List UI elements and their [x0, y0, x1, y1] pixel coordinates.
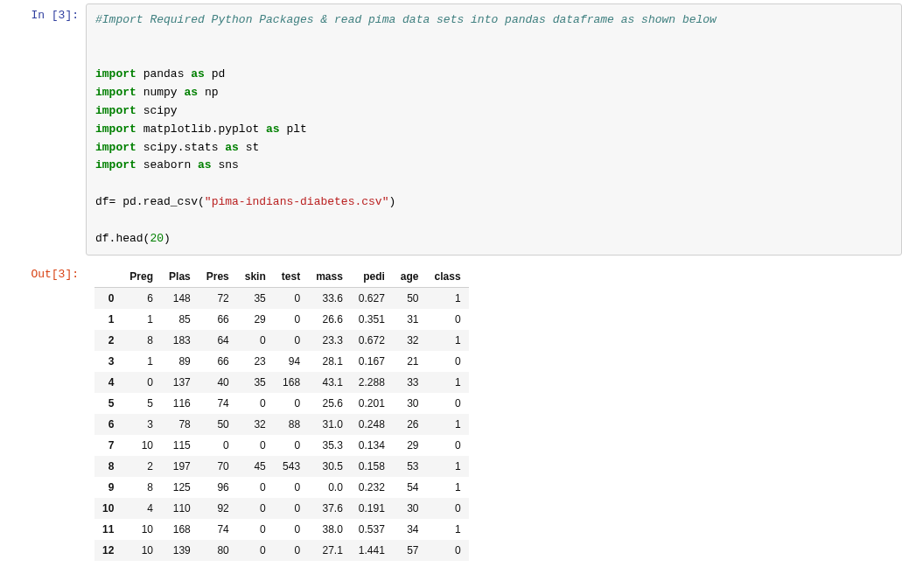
cell-value: 543	[274, 456, 308, 477]
kw-as: as	[198, 158, 212, 172]
cell-value: 53	[393, 456, 427, 477]
cell-value: 0.167	[351, 351, 393, 372]
column-header: mass	[308, 266, 351, 288]
cell-value: 96	[199, 477, 237, 498]
cell-value: 33.6	[308, 288, 351, 310]
table-row: 55116740025.60.201300	[94, 393, 469, 414]
cell-value: 25.6	[308, 393, 351, 414]
kw-import: import	[95, 104, 136, 117]
column-header: pedi	[351, 266, 393, 288]
row-index: 8	[94, 456, 122, 477]
cell-value: 10	[122, 540, 161, 561]
cell-value: 43.1	[308, 372, 351, 393]
row-index: 5	[94, 393, 122, 414]
row-index: 11	[94, 519, 122, 540]
output-prompt: Out[3]:	[0, 262, 86, 283]
cell-value: 0	[237, 393, 274, 414]
cell-value: 23.3	[308, 330, 351, 351]
row-index: 6	[94, 414, 122, 435]
cell-value: 0.0	[308, 477, 351, 498]
cell-value: 0	[274, 519, 308, 540]
cell-value: 78	[161, 414, 199, 435]
cell-value: 30	[393, 498, 427, 519]
cell-value: 40	[199, 372, 237, 393]
cell-value: 54	[393, 477, 427, 498]
table-row: 71011500035.30.134290	[94, 435, 469, 456]
kw-import: import	[95, 141, 136, 154]
mod-mpl: matplotlib.pyplot	[143, 122, 260, 136]
cell-value: 3	[122, 414, 161, 435]
cell-value: 0	[237, 540, 274, 561]
cell-value: 0	[237, 477, 274, 498]
alias-pd: pd	[212, 67, 226, 80]
cell-value: 28.1	[308, 351, 351, 372]
cell-value: 70	[199, 456, 237, 477]
table-body: 061487235033.60.62750111856629026.60.351…	[94, 288, 469, 562]
row-index: 2	[94, 330, 122, 351]
kw-import: import	[95, 158, 136, 172]
cell-value: 0	[274, 330, 308, 351]
cell-value: 38.0	[308, 519, 351, 540]
row-index: 4	[94, 372, 122, 393]
head-prefix: df.head(	[95, 232, 150, 245]
table-row: 28183640023.30.672321	[94, 330, 469, 351]
cell-value: 0	[274, 435, 308, 456]
cell-value: 0	[427, 435, 469, 456]
cell-value: 1.441	[351, 540, 393, 561]
column-header: skin	[237, 266, 274, 288]
cell-value: 32	[393, 330, 427, 351]
cell-value: 1	[427, 330, 469, 351]
column-header: Pres	[199, 266, 237, 288]
kw-import: import	[95, 122, 136, 136]
cell-value: 29	[393, 435, 427, 456]
cell-value: 31.0	[308, 414, 351, 435]
cell-value: 0	[427, 540, 469, 561]
cell-value: 31	[393, 309, 427, 330]
cell-value: 64	[199, 330, 237, 351]
cell-value: 34	[393, 519, 427, 540]
cell-value: 197	[161, 456, 199, 477]
row-index: 9	[94, 477, 122, 498]
cell-value: 0	[274, 498, 308, 519]
row-index: 12	[94, 540, 122, 561]
cell-value: 137	[161, 372, 199, 393]
column-header: age	[393, 266, 427, 288]
cell-value: 66	[199, 309, 237, 330]
cell-value: 1	[122, 309, 161, 330]
cell-value: 1	[427, 372, 469, 393]
cell-value: 88	[274, 414, 308, 435]
cell-value: 94	[274, 351, 308, 372]
column-header: Preg	[122, 266, 161, 288]
cell-value: 26.6	[308, 309, 351, 330]
cell-value: 0	[427, 498, 469, 519]
row-index: 10	[94, 498, 122, 519]
code-input[interactable]: #Import Required Python Packages & read …	[86, 4, 902, 256]
cell-value: 8	[122, 330, 161, 351]
cell-value: 0	[274, 309, 308, 330]
kw-import: import	[95, 67, 136, 80]
table-row: 40137403516843.12.288331	[94, 372, 469, 393]
cell-value: 1	[427, 414, 469, 435]
cell-value: 80	[199, 540, 237, 561]
table-corner	[94, 266, 122, 288]
cell-value: 0.537	[351, 519, 393, 540]
kw-as: as	[225, 141, 239, 154]
cell-value: 2.288	[351, 372, 393, 393]
cell-value: 0.232	[351, 477, 393, 498]
cell-value: 35.3	[308, 435, 351, 456]
table-head: PregPlasPresskintestmasspediageclass	[94, 266, 469, 288]
table-row: 061487235033.60.627501	[94, 288, 469, 310]
cell-value: 0	[122, 372, 161, 393]
cell-value: 0	[199, 435, 237, 456]
cell-value: 4	[122, 498, 161, 519]
cell-value: 5	[122, 393, 161, 414]
cell-value: 10	[122, 519, 161, 540]
table-row: 318966239428.10.167210	[94, 351, 469, 372]
cell-value: 0	[237, 435, 274, 456]
code-cell: In [3]: #Import Required Python Packages…	[0, 0, 902, 259]
cell-value: 30.5	[308, 456, 351, 477]
row-index: 7	[94, 435, 122, 456]
cell-value: 0	[427, 393, 469, 414]
alias-sns: sns	[218, 158, 238, 172]
cell-value: 37.6	[308, 498, 351, 519]
